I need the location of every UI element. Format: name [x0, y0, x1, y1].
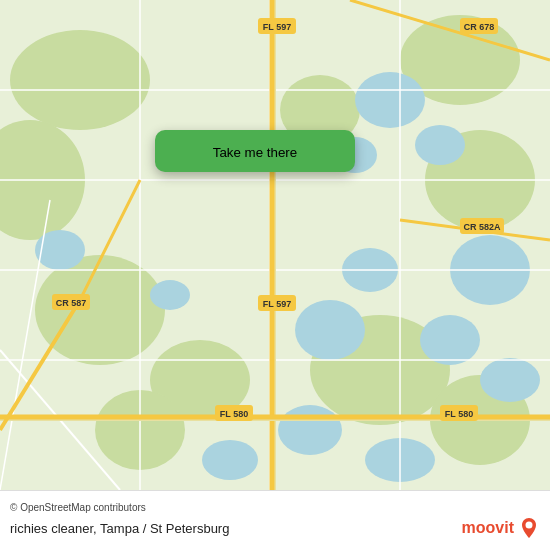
- moovit-logo-icon: [518, 517, 540, 539]
- attribution: © OpenStreetMap contributors: [10, 502, 540, 513]
- svg-text:FL 597: FL 597: [263, 299, 291, 309]
- map-view: FL 597 FL 597 FL 580 FL 580 CR 587 CR 67…: [0, 0, 550, 490]
- svg-text:CR 582A: CR 582A: [463, 222, 501, 232]
- svg-text:FL 580: FL 580: [220, 409, 248, 419]
- svg-point-15: [420, 315, 480, 365]
- svg-point-19: [150, 280, 190, 310]
- take-me-there-button[interactable]: Take me there: [155, 130, 355, 172]
- moovit-brand-text: moovit: [462, 519, 514, 537]
- location-row: richies cleaner, Tampa / St Petersburg m…: [10, 517, 540, 539]
- svg-point-55: [526, 522, 533, 529]
- svg-text:CR 587: CR 587: [56, 298, 87, 308]
- svg-point-20: [278, 405, 342, 455]
- svg-point-1: [10, 30, 150, 130]
- svg-text:FL 597: FL 597: [263, 22, 291, 32]
- svg-point-3: [35, 255, 165, 365]
- svg-point-18: [35, 230, 85, 270]
- svg-point-17: [295, 300, 365, 360]
- svg-text:FL 580: FL 580: [445, 409, 473, 419]
- svg-text:CR 678: CR 678: [464, 22, 495, 32]
- svg-point-23: [480, 358, 540, 402]
- location-label: richies cleaner, Tampa / St Petersburg: [10, 521, 229, 536]
- svg-point-11: [355, 72, 425, 128]
- bottom-bar: © OpenStreetMap contributors richies cle…: [0, 490, 550, 550]
- moovit-logo: moovit: [462, 517, 540, 539]
- svg-point-21: [202, 440, 258, 480]
- svg-point-12: [415, 125, 465, 165]
